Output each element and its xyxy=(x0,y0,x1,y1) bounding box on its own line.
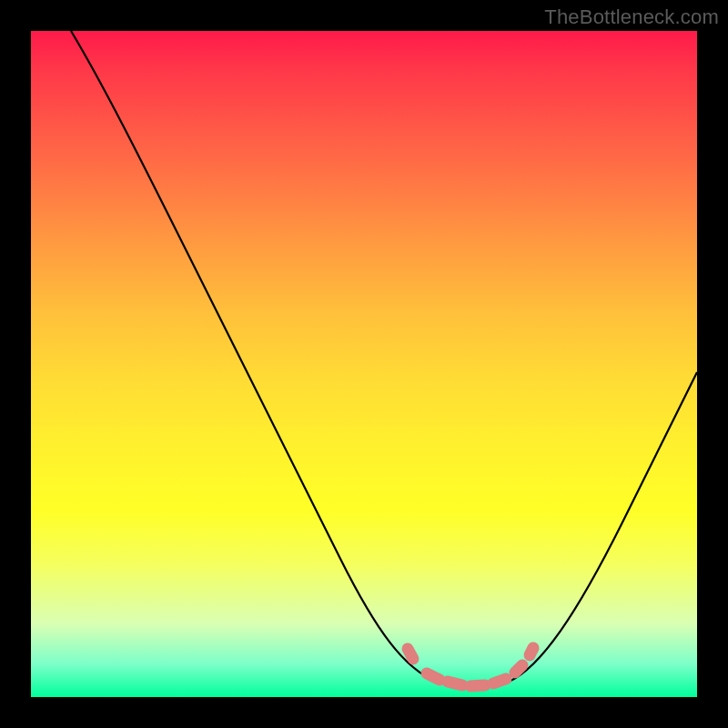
svg-line-6 xyxy=(530,648,533,655)
svg-line-2 xyxy=(448,682,462,685)
watermark-text: TheBottleneck.com xyxy=(544,5,719,29)
bottleneck-curve xyxy=(71,31,697,686)
svg-line-4 xyxy=(493,679,506,683)
svg-line-1 xyxy=(427,673,440,680)
svg-line-0 xyxy=(408,649,413,659)
svg-line-5 xyxy=(515,665,522,672)
svg-line-3 xyxy=(470,685,485,686)
plot-area xyxy=(31,31,697,697)
optimal-zone-marker xyxy=(408,648,533,686)
chart-svg xyxy=(31,31,697,697)
